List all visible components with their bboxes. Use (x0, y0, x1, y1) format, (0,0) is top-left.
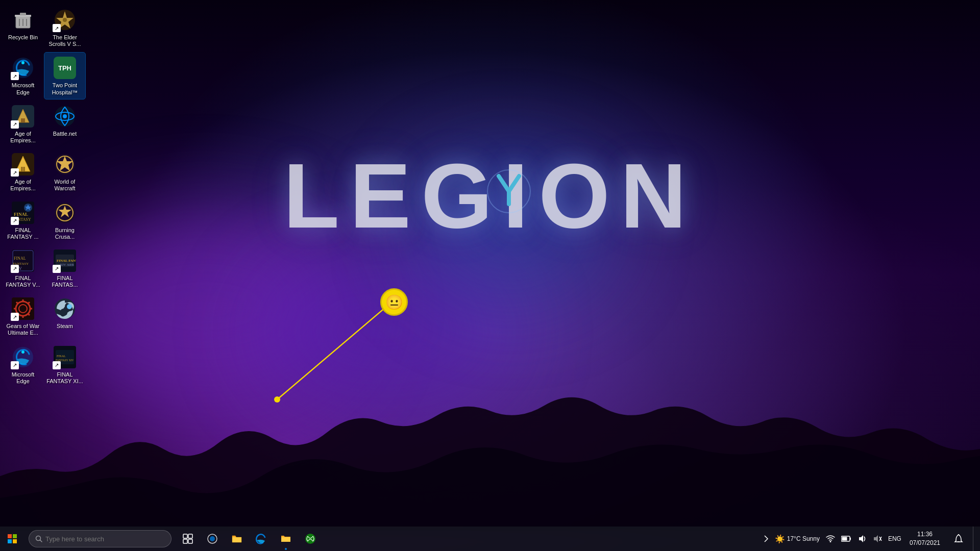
recycle-bin-icon[interactable]: Recycle Bin (3, 5, 43, 51)
network-icon[interactable] (824, 527, 837, 551)
speaker-mute-icon[interactable] (871, 527, 884, 551)
microsoft-edge-1-icon[interactable]: ↗ MicrosoftEdge (3, 53, 43, 98)
svg-point-61 (829, 541, 831, 542)
elder-scrolls-label: The ElderScrolls V S... (49, 34, 81, 47)
search-bar[interactable] (29, 530, 172, 547)
burning-crusade-label: BurningCrusa... (55, 227, 75, 240)
svg-rect-3 (20, 13, 26, 15)
volume-icon[interactable] (855, 527, 869, 551)
svg-rect-64 (842, 537, 847, 541)
icon-row-4: ↗ Age ofEmpires... World ofWarcraft (2, 148, 90, 195)
battlenet-label: Battle.net (53, 131, 77, 137)
aoe1-badge: ↗ (11, 120, 19, 129)
clock-time: 11:36 (917, 530, 933, 539)
ffxiv-label: FINALFANTAS... (52, 275, 78, 288)
ffxiv2-badge: ↗ (53, 361, 61, 369)
age-empires-1-icon[interactable]: ↗ Age ofEmpires... (3, 101, 43, 147)
icon-row-2: ↗ MicrosoftEdge TPH Two PointHospital™ (2, 52, 90, 99)
svg-rect-49 (13, 534, 17, 538)
svg-point-8 (63, 18, 67, 22)
task-view-button[interactable] (176, 527, 200, 551)
svg-rect-12 (21, 118, 25, 122)
aoe2-label: Age ofEmpires... (10, 179, 36, 192)
ffv-label: FINALFANTASY V... (6, 275, 40, 288)
xbox-button[interactable] (298, 527, 323, 551)
clock-display[interactable]: 11:36 07/07/2021 (905, 527, 944, 551)
ff1-img: FINALFANTASY ↗ (11, 201, 35, 225)
svg-text:V: V (19, 266, 22, 271)
taskbar-pinned-apps (200, 527, 323, 551)
desktop-icons-container: Recycle Bin ↗ The ElderScrolls V S... ↗ … (0, 0, 92, 393)
aoe1-label: Age ofEmpires... (10, 131, 36, 144)
svg-line-53 (40, 540, 42, 542)
language-indicator[interactable]: ENG (886, 527, 903, 551)
aoe2-badge: ↗ (11, 168, 19, 177)
gears-badge: ↗ (11, 313, 19, 321)
icon-row-5: FINALFANTASY ↗ FINALFANTASY ... BurningC… (2, 197, 90, 244)
show-desktop-button[interactable] (973, 527, 976, 551)
edge1-badge: ↗ (11, 72, 19, 80)
final-fantasy-xiv2-icon[interactable]: FINALFANTASY XIV ↗ FINALFANTASY XI... (44, 342, 85, 388)
edge2-label: MicrosoftEdge (12, 371, 35, 385)
svg-point-15 (63, 114, 67, 118)
ffv-badge: ↗ (11, 265, 19, 273)
file-explorer-active-button[interactable] (274, 527, 298, 551)
notifications-button[interactable] (946, 527, 971, 551)
burning-crusade-icon[interactable]: BurningCrusa... (44, 197, 85, 243)
world-of-warcraft-icon[interactable]: World ofWarcraft (44, 149, 85, 195)
svg-rect-56 (183, 539, 187, 543)
recycle-bin-img (11, 8, 35, 32)
show-hidden-icons-button[interactable] (762, 527, 771, 551)
battlenet-img (53, 104, 77, 129)
ff1-badge: ↗ (11, 217, 19, 225)
file-explorer-button[interactable] (225, 527, 249, 551)
steam-icon[interactable]: Steam (44, 293, 85, 339)
svg-text:FINAL: FINAL (57, 355, 66, 358)
cortana-button[interactable] (200, 527, 225, 551)
svg-rect-50 (8, 539, 12, 543)
aoe1-img: ↗ (11, 104, 35, 129)
start-button[interactable] (0, 527, 24, 551)
system-tray: ☀️ 17°C Sunny ENG 11:36 07/07/2021 (757, 527, 980, 551)
svg-rect-55 (188, 534, 192, 538)
ffxiv-badge: ↗ (53, 265, 61, 273)
ffxiv2-label: FINALFANTASY XI... (46, 371, 83, 385)
age-empires-2-icon[interactable]: ↗ Age ofEmpires... (3, 149, 43, 195)
gears-of-war-icon[interactable]: ↗ Gears of WarUltimate E... (3, 293, 43, 339)
ffxiv2-img: FINALFANTASY XIV ↗ (53, 345, 77, 369)
battle-net-icon[interactable]: Battle.net (44, 101, 85, 147)
aoe2-img: ↗ (11, 152, 35, 177)
elder-scrolls-badge: ↗ (53, 24, 61, 32)
weather-sun-icon: ☀️ (775, 534, 785, 544)
final-fantasy-xiv-icon[interactable]: FINAL FANTASYXIV ARR ↗ FINALFANTAS... (44, 245, 85, 291)
svg-text:FINAL: FINAL (14, 212, 28, 217)
steam-img (53, 296, 77, 321)
final-fantasy-v-icon[interactable]: FINALFANTASYV ↗ FINALFANTASY V... (3, 245, 43, 291)
icon-row-6: FINALFANTASYV ↗ FINALFANTASY V... FINAL … (2, 245, 90, 292)
svg-rect-48 (8, 534, 12, 538)
svg-rect-63 (850, 538, 851, 540)
search-input[interactable] (45, 535, 165, 543)
two-point-hospital-icon[interactable]: TPH Two PointHospital™ (44, 53, 85, 98)
icon-row-8: ↗ MicrosoftEdge FINALFANTASY XIV ↗ FINAL… (2, 341, 90, 388)
recycle-bin-label: Recycle Bin (8, 34, 38, 41)
rocks-silhouette (0, 367, 980, 531)
final-fantasy-1-icon[interactable]: FINALFANTASY ↗ FINALFANTASY ... (3, 197, 43, 243)
battery-icon[interactable] (839, 527, 853, 551)
svg-text:XIV ARR: XIV ARR (60, 263, 74, 267)
language-label: ENG (888, 535, 901, 542)
weather-widget[interactable]: ☀️ 17°C Sunny (773, 527, 822, 551)
ff1-label: FINALFANTASY ... (7, 227, 38, 240)
svg-point-41 (21, 350, 24, 354)
weather-temp: 17°C Sunny (787, 535, 820, 542)
icon-row-7: ↗ Gears of WarUltimate E... Steam (2, 293, 90, 340)
svg-rect-51 (13, 539, 17, 543)
edge2-img: ↗ (11, 345, 35, 369)
wow-img (53, 152, 77, 177)
elder-scrolls-icon[interactable]: ↗ The ElderScrolls V S... (44, 5, 85, 51)
elder-scrolls-img: ↗ (53, 8, 77, 32)
edge-taskbar-button[interactable] (249, 527, 274, 551)
tph-label: Two PointHospital™ (52, 82, 78, 95)
microsoft-edge-2-icon[interactable]: ↗ MicrosoftEdge (3, 342, 43, 388)
wow-label: World ofWarcraft (54, 179, 75, 192)
